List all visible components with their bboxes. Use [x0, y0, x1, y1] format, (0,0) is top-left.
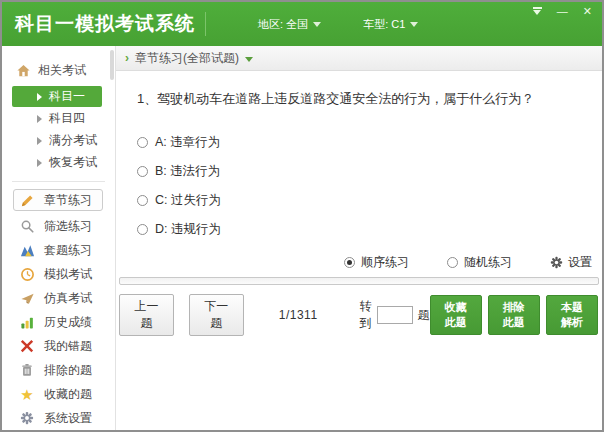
sidebar-item-set-practice[interactable]: 套题练习: [2, 238, 115, 262]
option-a[interactable]: A: 违章行为: [137, 136, 602, 149]
car-type-dropdown[interactable]: 车型: C1: [363, 17, 418, 32]
sidebar-divider: [12, 181, 105, 182]
app-title: 科目一模拟考试系统: [2, 11, 195, 37]
car-type-label: 车型: C1: [363, 17, 405, 32]
sidebar-item-label: 套题练习: [44, 242, 92, 259]
house-icon: [15, 63, 31, 79]
sidebar-item-label: 科目四: [49, 110, 85, 127]
mode-label: 随机练习: [464, 254, 512, 271]
exclude-question-button[interactable]: 排除此题: [488, 295, 540, 335]
sidebar-item-history-scores[interactable]: 历史成绩: [2, 310, 115, 334]
chevron-down-icon: [410, 22, 418, 27]
mode-sequential[interactable]: 顺序练习: [344, 254, 409, 271]
pager-toolbar: 上一题 下一题 1/1311 转到 题 收藏此题 排除此题 本题解析: [119, 294, 598, 336]
sidebar-item-simulation-exam[interactable]: 仿真考试: [2, 286, 115, 310]
mode-random[interactable]: 随机练习: [447, 254, 512, 271]
question-analysis-button[interactable]: 本题解析: [546, 295, 598, 335]
sidebar-item-label: 章节练习: [44, 192, 92, 209]
title-separator: [205, 12, 206, 36]
sidebar-item-label: 模拟考试: [44, 266, 92, 283]
goto-question-input[interactable]: [377, 306, 413, 324]
clock-icon: [19, 266, 35, 282]
chart-icon: [19, 242, 35, 258]
title-bar: 科目一模拟考试系统 地区: 全国 车型: C1 — ✕: [2, 2, 602, 46]
minimize-button[interactable]: —: [557, 5, 568, 17]
goto-prefix-label: 转到: [360, 298, 372, 332]
trash-icon: [19, 362, 35, 378]
option-label: A: 违章行为: [155, 134, 220, 151]
settings-button[interactable]: 设置: [550, 254, 592, 271]
mode-label: 顺序练习: [361, 254, 409, 271]
radio-icon[interactable]: [137, 195, 148, 206]
previous-question-button[interactable]: 上一题: [119, 294, 174, 336]
favorite-question-button[interactable]: 收藏此题: [430, 295, 482, 335]
sidebar-item-full-score-exam[interactable]: 满分考试: [12, 130, 102, 151]
sidebar-item-label: 恢复考试: [49, 154, 97, 171]
star-icon: ★: [19, 386, 35, 402]
arrow-right-icon: [37, 137, 42, 145]
option-d[interactable]: D: 违规行为: [137, 223, 602, 236]
goto-question-group: 转到 题: [360, 298, 430, 332]
option-label: D: 违规行为: [155, 221, 221, 238]
radio-icon[interactable]: [137, 137, 148, 148]
arrow-right-icon: [37, 93, 42, 101]
arrow-right-icon: [37, 115, 42, 123]
gear-icon: [550, 256, 563, 270]
radio-icon[interactable]: [137, 224, 148, 235]
collapse-icon: [533, 10, 541, 15]
sidebar-item-mock-exam[interactable]: 模拟考试: [2, 262, 115, 286]
gear-icon: [19, 410, 35, 426]
window-controls: — ✕: [533, 5, 592, 17]
sidebar-item-label: 排除的题: [44, 362, 92, 379]
collapse-icon: [533, 7, 542, 9]
close-button[interactable]: ✕: [583, 5, 592, 17]
goto-suffix-label: 题: [418, 307, 430, 324]
radio-icon[interactable]: [344, 257, 355, 268]
sidebar-item-filter-practice[interactable]: 筛选练习: [2, 214, 115, 238]
sidebar-item-my-mistakes[interactable]: 我的错题: [2, 334, 115, 358]
chevron-down-icon: [313, 22, 321, 27]
radio-icon[interactable]: [137, 166, 148, 177]
sidebar-item-label: 筛选练习: [44, 218, 92, 235]
option-b[interactable]: B: 违法行为: [137, 165, 602, 178]
paper-icon: [19, 290, 35, 306]
next-question-button[interactable]: 下一题: [189, 294, 244, 336]
question-counter: 1/1311: [279, 308, 318, 322]
sidebar-scrollbar[interactable]: [110, 50, 114, 80]
bars-icon: [19, 314, 35, 330]
search-icon: [19, 218, 35, 234]
sidebar-item-subject4[interactable]: 科目四: [12, 108, 102, 129]
sidebar-item-resume-exam[interactable]: 恢复考试: [12, 152, 102, 173]
sidebar-section-related-exams: 相关考试: [2, 58, 115, 85]
sidebar-item-subject1[interactable]: 科目一: [12, 86, 102, 107]
question-actions: 收藏此题 排除此题 本题解析: [430, 295, 598, 335]
sidebar-item-label: 满分考试: [49, 132, 97, 149]
options-list: A: 违章行为 B: 违法行为 C: 过失行为 D: 违规行为: [137, 136, 602, 252]
practice-mode-row: 顺序练习 随机练习 设置: [116, 254, 592, 271]
region-dropdown[interactable]: 地区: 全国: [258, 17, 321, 32]
sidebar-item-label: 系统设置: [44, 410, 92, 427]
sidebar: 相关考试 科目一 科目四 满分考试 恢复考试: [2, 46, 116, 430]
app-window: 科目一模拟考试系统 地区: 全国 车型: C1 — ✕: [0, 0, 604, 432]
sidebar-item-system-settings[interactable]: 系统设置: [2, 406, 115, 430]
red-x-icon: [19, 338, 35, 354]
sidebar-section-label: 相关考试: [38, 62, 86, 79]
sidebar-item-favorite-questions[interactable]: ★ 收藏的题: [2, 382, 115, 406]
breadcrumb-label: 章节练习(全部试题): [135, 50, 239, 67]
breadcrumb[interactable]: › 章节练习(全部试题): [116, 46, 602, 71]
option-label: C: 过失行为: [155, 192, 221, 209]
chevron-down-icon: [245, 57, 253, 62]
region-label: 地区: 全国: [258, 17, 308, 32]
option-label: B: 违法行为: [155, 163, 220, 180]
sidebar-item-label: 仿真考试: [44, 290, 92, 307]
sidebar-item-excluded-questions[interactable]: 排除的题: [2, 358, 115, 382]
settings-label: 设置: [568, 254, 592, 271]
option-c[interactable]: C: 过失行为: [137, 194, 602, 207]
question-progress-bar: [119, 277, 599, 285]
sidebar-item-label: 科目一: [49, 88, 85, 105]
radio-icon[interactable]: [447, 257, 458, 268]
sidebar-item-chapter-practice[interactable]: 章节练习: [13, 189, 103, 211]
sidebar-item-label: 历史成绩: [44, 314, 92, 331]
sidebar-item-label: 收藏的题: [44, 386, 92, 403]
collapse-window-button[interactable]: [533, 7, 542, 15]
